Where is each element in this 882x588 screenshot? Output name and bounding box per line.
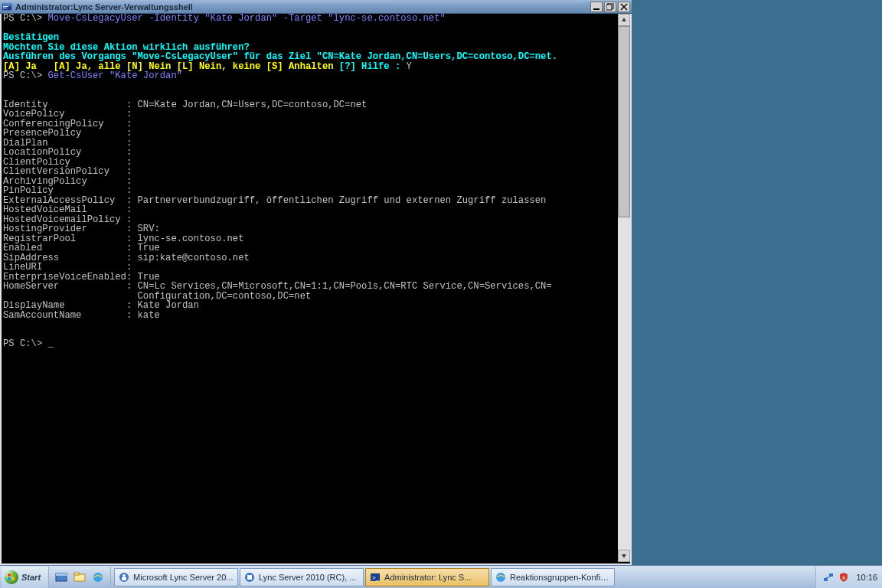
task-admin-shell[interactable]: >_ Administrator: Lync S... [365, 568, 489, 586]
lync-icon [118, 571, 130, 583]
svg-point-21 [122, 574, 126, 577]
console-frame: PS C:\> Move-CsLegacyUser -Identity "Kat… [0, 14, 632, 565]
svg-marker-10 [622, 554, 626, 558]
close-button[interactable] [618, 2, 630, 12]
svg-line-30 [825, 577, 831, 578]
start-label: Start [21, 573, 41, 582]
window-title: Administrator:Lync Server-Verwaltungsshe… [15, 2, 193, 11]
lync-rc-icon [243, 571, 256, 583]
scroll-thumb[interactable] [618, 26, 630, 217]
security-icon[interactable]: x [838, 571, 850, 583]
svg-rect-28 [824, 578, 828, 581]
scrollbar[interactable] [618, 14, 630, 562]
task-lync-server-2010[interactable]: Microsoft Lync Server 20... [114, 568, 238, 586]
task-reaktionsgruppen[interactable]: Reaktionsgruppen-Konfig... [491, 568, 615, 586]
powershell-icon: >_ [369, 571, 381, 583]
svg-rect-1 [3, 4, 11, 5]
window-titlebar: Administrator:Lync Server-Verwaltungsshe… [0, 0, 632, 14]
app-icon [0, 0, 14, 14]
svg-rect-13 [8, 577, 11, 580]
task-buttons: Microsoft Lync Server 20... Lync Server … [111, 567, 815, 588]
svg-rect-3 [3, 7, 7, 8]
svg-text:>_: >_ [372, 574, 380, 581]
svg-rect-22 [122, 577, 126, 580]
network-icon[interactable] [822, 571, 835, 583]
svg-rect-11 [8, 573, 11, 577]
ie-page-icon [495, 571, 507, 583]
taskbar: Start Microsoft Lync Server 20... Lync S… [0, 565, 882, 588]
restore-button[interactable] [604, 2, 616, 12]
svg-rect-12 [11, 573, 15, 577]
ie-icon[interactable] [90, 570, 106, 585]
svg-rect-14 [11, 577, 15, 580]
svg-rect-16 [56, 573, 67, 576]
svg-rect-6 [606, 5, 612, 10]
start-button[interactable]: Start [2, 567, 49, 588]
scroll-up-button[interactable] [618, 14, 630, 26]
task-lync-rc[interactable]: Lync Server 2010 (RC), ... [240, 568, 364, 586]
scroll-down-button[interactable] [618, 550, 630, 562]
task-label: Administrator: Lync S... [384, 573, 471, 582]
explorer-icon[interactable] [72, 570, 87, 585]
quick-launch [49, 567, 111, 588]
svg-rect-4 [593, 8, 599, 10]
task-label: Microsoft Lync Server 20... [133, 573, 233, 582]
svg-rect-29 [829, 573, 833, 577]
svg-rect-18 [74, 573, 79, 575]
console-output[interactable]: PS C:\> Move-CsLegacyUser -Identity "Kat… [2, 14, 619, 562]
system-tray: x 10:16 [815, 567, 882, 588]
minimize-button[interactable] [590, 2, 603, 12]
task-label: Lync Server 2010 (RC), ... [259, 573, 356, 582]
svg-marker-9 [622, 18, 626, 21]
svg-rect-2 [3, 6, 8, 7]
svg-rect-24 [247, 575, 252, 580]
taskbar-clock[interactable]: 10:16 [856, 573, 877, 582]
svg-text:x: x [842, 574, 845, 581]
task-label: Reaktionsgruppen-Konfig... [510, 573, 611, 582]
show-desktop-icon[interactable] [54, 570, 69, 585]
windows-logo-icon [5, 570, 18, 584]
